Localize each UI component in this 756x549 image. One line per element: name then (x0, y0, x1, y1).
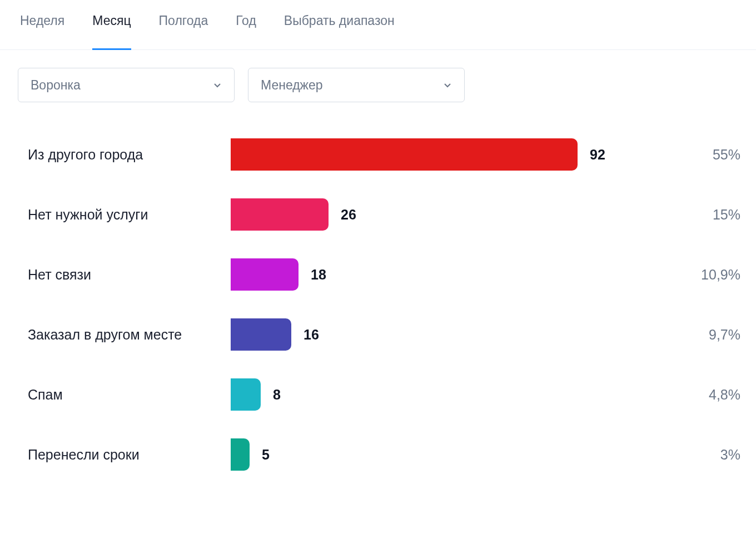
chart-bar-value: 8 (273, 387, 281, 403)
tab-halfyear[interactable]: Полгода (159, 13, 208, 38)
chart-row: Нет нужной услуги2615% (28, 184, 740, 244)
chart-bar-percent: 55% (674, 147, 740, 163)
chart-bar (231, 258, 299, 291)
chart-bar-value: 18 (311, 267, 326, 283)
time-range-tabs: Неделя Месяц Полгода Год Выбрать диапазо… (0, 0, 756, 50)
chart-bar (231, 198, 329, 231)
chart-row: Спам84,8% (28, 365, 740, 425)
chart-bar-area: 92 (231, 138, 674, 171)
chart-row: Заказал в другом месте169,7% (28, 305, 740, 365)
chevron-down-icon (213, 81, 222, 89)
tab-custom-range[interactable]: Выбрать диапазон (284, 13, 395, 38)
chart-bar-percent: 3% (674, 447, 740, 463)
tab-month[interactable]: Месяц (92, 13, 131, 38)
chart-bar-area: 18 (231, 258, 674, 291)
bar-chart: Из другого города9255%Нет нужной услуги2… (0, 119, 756, 501)
chart-bar (231, 138, 578, 171)
chart-bar-area: 8 (231, 378, 674, 411)
chart-row-label: Перенесли сроки (28, 447, 231, 463)
chart-bar (231, 438, 250, 471)
chart-bar-value: 16 (304, 327, 319, 343)
chart-bar-area: 16 (231, 318, 674, 351)
tab-year[interactable]: Год (236, 13, 256, 38)
chart-bar-percent: 9,7% (674, 327, 740, 343)
chart-row-label: Из другого города (28, 147, 231, 163)
chart-row-label: Спам (28, 387, 231, 403)
filter-row: Воронка Менеджер (0, 50, 756, 119)
funnel-select[interactable]: Воронка (18, 68, 235, 102)
chart-row: Перенесли сроки53% (28, 425, 740, 485)
chart-bar-percent: 10,9% (674, 267, 740, 283)
chart-bar-value: 5 (262, 447, 270, 463)
chart-bar (231, 378, 261, 411)
chart-bar (231, 318, 291, 351)
chart-row: Из другого города9255% (28, 124, 740, 184)
chart-bar-area: 26 (231, 198, 674, 231)
manager-select[interactable]: Менеджер (248, 68, 465, 102)
chevron-down-icon (443, 81, 452, 89)
chart-row-label: Заказал в другом месте (28, 327, 231, 343)
chart-bar-value: 26 (341, 207, 356, 223)
chart-bar-percent: 15% (674, 207, 740, 223)
chart-row: Нет связи1810,9% (28, 244, 740, 305)
chart-row-label: Нет нужной услуги (28, 207, 231, 223)
manager-select-label: Менеджер (261, 78, 323, 93)
funnel-select-label: Воронка (31, 78, 81, 93)
chart-row-label: Нет связи (28, 267, 231, 283)
chart-bar-value: 92 (590, 147, 605, 163)
chart-bar-area: 5 (231, 438, 674, 471)
tab-week[interactable]: Неделя (20, 13, 64, 38)
chart-bar-percent: 4,8% (674, 387, 740, 403)
